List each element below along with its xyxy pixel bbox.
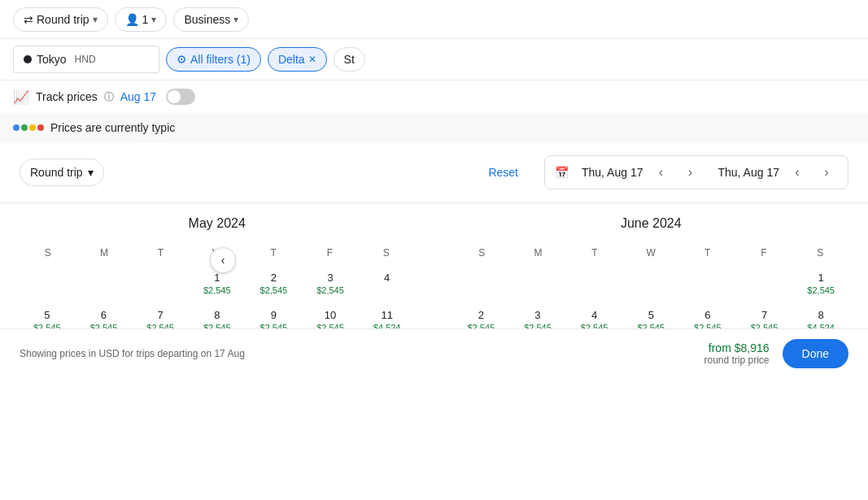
trip-type-button[interactable]: ⇄ Round trip ▾ <box>13 7 108 32</box>
june-title: June 2024 <box>454 216 849 231</box>
reset-button[interactable]: Reset <box>488 166 518 179</box>
trip-type-label: Round trip <box>37 13 89 26</box>
june-day-header-m1: M <box>510 244 566 262</box>
june-day-header-f1: F <box>735 244 792 262</box>
calendar-day-1[interactable]: 1$2,545 <box>793 268 848 304</box>
day-number: 10 <box>325 309 336 321</box>
calendar-day-2[interactable]: 2$2,545 <box>454 306 509 328</box>
day-number: 1 <box>214 272 220 284</box>
passenger-chevron: ▾ <box>151 14 156 25</box>
day-number: 9 <box>271 309 277 321</box>
day-number: 1 <box>818 272 824 284</box>
empty-cell <box>133 268 188 304</box>
day-number: 6 <box>101 309 107 321</box>
day-header-t1: T <box>133 244 189 262</box>
day-number: 6 <box>704 309 710 321</box>
page-wrapper: ⇄ Round trip ▾ 👤 1 ▾ Business ▾ Tokyo HN… <box>0 0 868 500</box>
june-day-header-w1: W <box>623 244 679 262</box>
dot-blue <box>13 124 20 131</box>
all-filters-chip[interactable]: ⚙ All filters (1) <box>166 47 261 72</box>
calendar-day-11[interactable]: 11$4,524 <box>360 306 415 328</box>
day-number: 11 <box>381 309 392 321</box>
day-number: 3 <box>534 309 540 321</box>
day-header-t2: T <box>245 244 301 262</box>
day-price: $4,524 <box>807 323 835 328</box>
day-number: 2 <box>478 309 484 321</box>
return-date[interactable]: Thu, Aug 17 <box>718 166 779 179</box>
prices-banner-text: Prices are currently typic <box>50 121 175 134</box>
delta-chip[interactable]: Delta ✕ <box>268 47 327 72</box>
june-day-header-t2: T <box>679 244 735 262</box>
delta-label: Delta <box>278 53 305 66</box>
calendar-day-6[interactable]: 6$2,545 <box>680 306 735 328</box>
more-filters-chip[interactable]: St <box>334 47 365 72</box>
calendar-day-6[interactable]: 6$2,545 <box>76 306 132 328</box>
day-number: 2 <box>271 272 277 284</box>
day-number: 7 <box>761 309 767 321</box>
empty-cell <box>76 268 132 304</box>
day-number: 5 <box>648 309 654 321</box>
empty-cell <box>454 268 509 304</box>
cabin-class-label: Business <box>184 13 230 26</box>
back-icon: ‹ <box>221 254 225 267</box>
date1-next-arrow[interactable]: › <box>678 161 701 184</box>
calendar-day-1[interactable]: 1$2,545 <box>190 268 245 304</box>
day-price: $2,545 <box>751 323 779 328</box>
calendar-day-4[interactable]: 4$2,545 <box>567 306 622 328</box>
cabin-chevron: ▾ <box>233 14 238 25</box>
dot-green <box>21 124 28 131</box>
calendar-day-2[interactable]: 2$2,545 <box>246 268 302 304</box>
origin-field[interactable]: Tokyo HND <box>13 46 159 73</box>
day-number: 8 <box>214 309 220 321</box>
calendar-overlay: Round trip ▾ Reset 📅 Thu, Aug 17 ‹ › Thu… <box>0 142 868 378</box>
footer-note: Showing prices in USD for trips departin… <box>20 348 245 359</box>
calendar-day-7[interactable]: 7$2,545 <box>737 306 792 328</box>
day-header-m1: M <box>76 244 132 262</box>
empty-cell <box>567 268 622 304</box>
origin-code: HND <box>75 54 96 65</box>
day-price: $2,545 <box>203 323 231 328</box>
calendar-day-5[interactable]: 5$2,545 <box>623 306 678 328</box>
cabin-class-button[interactable]: Business ▾ <box>173 7 249 32</box>
departure-date[interactable]: Thu, Aug 17 <box>582 166 643 179</box>
track-prices-info-icon[interactable]: ⓘ <box>104 90 114 104</box>
origin-dot-icon <box>24 55 32 63</box>
day-price: $2,545 <box>581 323 608 328</box>
calendar-trip-type[interactable]: Round trip ▾ <box>20 159 104 186</box>
day-number: 4 <box>591 309 597 321</box>
empty-cell <box>680 268 735 304</box>
may-title: May 2024 <box>20 216 415 231</box>
filter-bar: Tokyo HND ⚙ All filters (1) Delta ✕ St <box>0 39 868 80</box>
prices-banner: Prices are currently typic <box>0 113 868 142</box>
june-2024-calendar: June 2024 S M T W T F S 1$2,5452$2,5453$… <box>454 216 849 315</box>
passengers-button[interactable]: 👤 1 ▾ <box>115 7 168 32</box>
calendar-day-8[interactable]: 8$2,545 <box>190 306 245 328</box>
empty-cell <box>737 268 792 304</box>
calendar-day-3[interactable]: 3$2,545 <box>510 306 565 328</box>
day-price: $2,545 <box>33 323 61 328</box>
dot-red <box>37 124 44 131</box>
date1-prev-arrow[interactable]: ‹ <box>649 161 672 184</box>
back-button[interactable]: ‹ <box>210 247 236 273</box>
date2-next-arrow[interactable]: › <box>815 161 838 184</box>
calendar-day-3[interactable]: 3$2,545 <box>303 268 358 304</box>
day-number: 3 <box>327 272 333 284</box>
calendar-day-4[interactable]: 4 <box>360 268 415 304</box>
delta-close-icon[interactable]: ✕ <box>308 54 316 65</box>
calendar-day-10[interactable]: 10$2,545 <box>303 306 358 328</box>
calendar-day-8[interactable]: 8$4,524 <box>793 306 848 328</box>
calendar-day-5[interactable]: 5$2,545 <box>20 306 75 328</box>
track-prices-toggle[interactable] <box>166 89 195 105</box>
filter-icon: ⚙ <box>177 53 187 66</box>
done-button[interactable]: Done <box>783 339 848 368</box>
date2-prev-arrow[interactable]: ‹ <box>786 161 809 184</box>
empty-cell <box>623 268 678 304</box>
calendar-day-9[interactable]: 9$2,545 <box>246 306 302 328</box>
round-trip-price-note: round trip price <box>704 354 769 366</box>
june-grid: 1$2,5452$2,5453$2,5454$2,5455$2,5456$2,5… <box>454 268 849 328</box>
from-price: from $8,916 <box>704 341 769 354</box>
day-price: $2,545 <box>260 285 288 295</box>
calendar-day-7[interactable]: 7$2,545 <box>133 306 188 328</box>
day-price: $2,545 <box>146 323 174 328</box>
day-price: $2,545 <box>524 323 552 328</box>
